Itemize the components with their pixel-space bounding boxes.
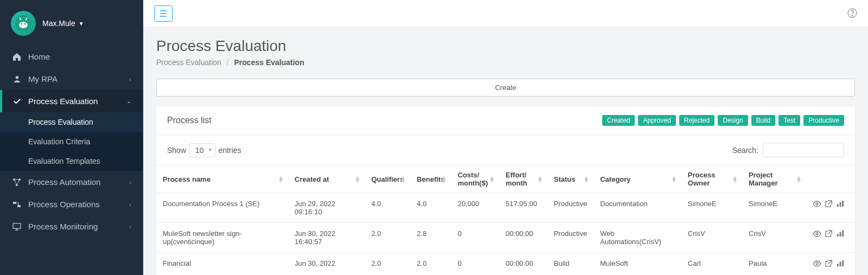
sidebar-subitem-evaluation-criteria[interactable]: Evaluation Criteria [0, 132, 143, 151]
cell-effort: 00:00:00 [499, 223, 547, 253]
cell-status: Productive [547, 193, 593, 223]
user-menu[interactable]: Max.Mule ▼ [42, 19, 84, 28]
create-button[interactable]: Create [156, 79, 855, 97]
cell-pm: Paula [742, 253, 806, 276]
sort-icon: ▲▼ [355, 176, 361, 182]
view-icon[interactable] [813, 200, 821, 210]
nav-menu: Home My RPA ‹ Process Evaluation ⌄ Proce… [0, 46, 143, 238]
open-icon[interactable] [825, 259, 833, 270]
sidebar-item-home[interactable]: Home [0, 46, 143, 68]
svg-rect-16 [842, 201, 844, 207]
search-input[interactable] [763, 143, 844, 157]
chevron-left-icon: ‹ [129, 201, 131, 208]
svg-rect-15 [840, 202, 841, 207]
view-icon[interactable] [813, 229, 821, 240]
panel-header: Process list Created Approved Rejected D… [156, 106, 855, 135]
breadcrumb-separator: / [227, 58, 229, 67]
badge-approved[interactable]: Approved [638, 115, 675, 126]
svg-rect-18 [837, 234, 839, 236]
search-label: Search: [732, 146, 758, 155]
badge-test[interactable]: Test [778, 115, 800, 126]
avatar-mule-icon [15, 15, 32, 32]
page-header: Process Evaluation Process Evaluation / … [143, 28, 868, 72]
svg-point-17 [816, 233, 818, 235]
cell-benefits: 4.0 [410, 193, 451, 223]
cell-category: Documentation [593, 193, 681, 223]
th-owner[interactable]: Process Owner▲▼ [681, 165, 742, 193]
sidebar-toggle-button[interactable] [154, 5, 173, 22]
monitor-icon [12, 222, 22, 231]
th-label: Process Owner [688, 171, 716, 187]
th-label: Effort/ month [506, 171, 527, 187]
cell-created: Jun 30, 2022 16:40:57 [288, 223, 365, 253]
badge-rejected[interactable]: Rejected [679, 115, 714, 126]
cell-effort: 00:00:00 [499, 253, 547, 276]
th-label: Project Manager [749, 171, 777, 187]
th-label: Qualifiers [371, 175, 404, 183]
sidebar-item-myrpa[interactable]: My RPA ‹ [0, 68, 143, 90]
entries-per-page-select[interactable]: 10 ▾ [189, 143, 215, 157]
th-category[interactable]: Category▲▼ [593, 165, 681, 193]
svg-rect-10 [13, 223, 21, 228]
chart-icon[interactable] [836, 200, 844, 210]
sidebar-subitem-process-evaluation[interactable]: Process Evaluation [0, 112, 143, 132]
caret-down-icon: ▼ [79, 21, 84, 27]
check-icon [12, 97, 22, 105]
th-process-name[interactable]: Process name▲▼ [156, 165, 288, 193]
cell-created: Jun 29, 2022 09:16:10 [288, 193, 365, 223]
sidebar-item-process-operations[interactable]: Process Operations ‹ [0, 193, 143, 215]
th-benefits[interactable]: Benefits▲▼ [410, 165, 451, 193]
cell-status: Build [547, 253, 593, 276]
open-icon[interactable] [825, 229, 833, 240]
th-label: Status [554, 175, 576, 183]
help-button[interactable] [847, 8, 857, 20]
cell-actions [806, 223, 855, 253]
chevron-down-icon: ⌄ [126, 98, 131, 105]
th-label: Process name [163, 175, 210, 183]
cell-status: Productive [547, 223, 593, 253]
network-icon [12, 178, 22, 187]
badge-productive[interactable]: Productive [803, 115, 844, 126]
th-pm[interactable]: Project Manager▲▼ [742, 165, 806, 193]
sidebar-item-label: Process Automation [28, 177, 100, 187]
cell-owner: SimoneE [681, 193, 742, 223]
sidebar-item-process-evaluation[interactable]: Process Evaluation ⌄ [0, 90, 143, 112]
breadcrumb-root[interactable]: Process Evaluation [156, 58, 221, 67]
svg-point-1 [19, 22, 28, 28]
th-label: Created at [295, 175, 329, 183]
svg-rect-14 [837, 204, 839, 207]
view-icon[interactable] [813, 259, 821, 270]
chart-icon[interactable] [836, 259, 844, 270]
cell-name: Documentation Process 1 (SE) [156, 193, 288, 223]
cell-actions [806, 193, 855, 223]
cell-benefits: 2.8 [410, 223, 451, 253]
cell-category: Web Automations(CrisV) [593, 223, 681, 253]
cell-qualifiers: 2.0 [365, 253, 410, 276]
sidebar-item-process-automation[interactable]: Process Automation ‹ [0, 171, 143, 193]
th-costs[interactable]: Costs/ month($)▲▼ [451, 165, 499, 193]
table-controls: Show 10 ▾ entries Search: [156, 135, 855, 165]
cell-actions [806, 253, 855, 276]
help-icon [847, 8, 857, 18]
cell-costs: 0 [451, 253, 499, 276]
process-table: Process name▲▼ Created at▲▼ Qualifiers▲▼… [156, 165, 855, 275]
table-row: Documentation Process 1 (SE) Jun 29, 202… [156, 193, 855, 223]
breadcrumb: Process Evaluation / Process Evaluation [156, 58, 855, 67]
badge-design[interactable]: Design [718, 115, 748, 126]
th-created-at[interactable]: Created at▲▼ [288, 165, 365, 193]
page-title: Process Evaluation [156, 37, 855, 55]
sidebar-item-process-monitoring[interactable]: Process Monitoring ‹ [0, 215, 143, 238]
badge-created[interactable]: Created [602, 115, 635, 126]
sidebar-item-label: Process Evaluation [28, 97, 98, 106]
open-icon[interactable] [825, 200, 833, 210]
th-qualifiers[interactable]: Qualifiers▲▼ [365, 165, 410, 193]
svg-point-3 [24, 23, 26, 25]
badge-build[interactable]: Build [751, 115, 776, 126]
sidebar-subitem-evaluation-templates[interactable]: Evaluation Templates [0, 151, 143, 171]
chart-icon[interactable] [836, 229, 844, 240]
th-status[interactable]: Status▲▼ [547, 165, 593, 193]
sort-icon: ▲▼ [583, 176, 589, 182]
th-effort[interactable]: Effort/ month▲▼ [499, 165, 547, 193]
search-block: Search: [732, 143, 844, 157]
sidebar: Max.Mule ▼ Home My RPA ‹ [0, 0, 143, 275]
